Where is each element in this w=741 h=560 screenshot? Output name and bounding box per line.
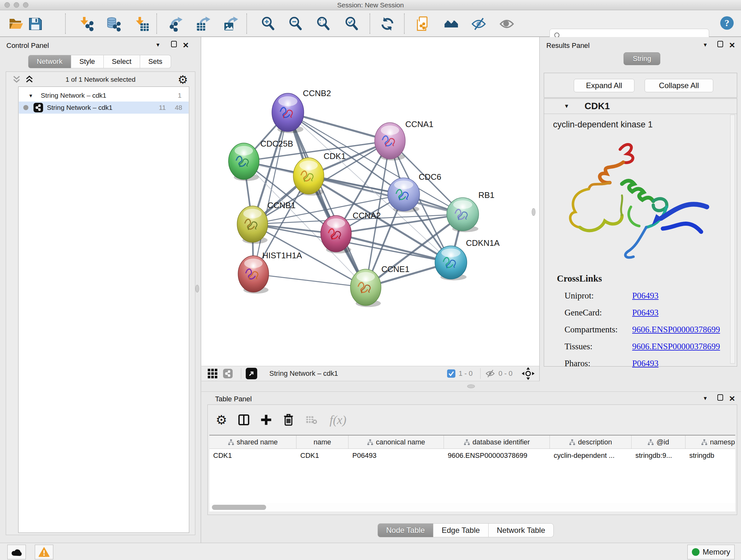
export-table-button[interactable] — [195, 16, 212, 32]
warnings-button[interactable] — [35, 545, 53, 559]
entry-collapse-arrow-icon[interactable]: ▼ — [564, 103, 569, 110]
control-panel-restore-icon[interactable] — [171, 41, 177, 47]
table-header-shared-name[interactable]: shared name — [209, 435, 296, 449]
table-row[interactable]: CDK1CDK1P064939606.ENSP00000378699cyclin… — [209, 449, 735, 462]
collection-expand-arrow-icon[interactable]: ▼ — [28, 93, 33, 98]
help-icon: ? — [719, 15, 735, 30]
network-edge[interactable] — [253, 112, 288, 274]
open-file-button[interactable] — [8, 16, 24, 32]
clone-network-button[interactable] — [414, 16, 431, 32]
control-panel-close-icon[interactable]: ✕ — [183, 41, 189, 50]
table-header-canonical-name[interactable]: canonical name — [348, 435, 444, 449]
selected-checkbox-icon[interactable] — [447, 369, 455, 378]
memory-status-dot-icon — [692, 548, 699, 556]
table-panel: Table Panel ▼ ✕ ⚙ — [201, 391, 741, 541]
tab-node-table[interactable]: Node Table — [378, 523, 433, 537]
network-node-label: CCNB1 — [267, 200, 295, 210]
table-cell[interactable]: cyclin-dependent ... — [550, 449, 631, 462]
zoom-fit-button[interactable] — [315, 16, 332, 32]
cloud-button[interactable] — [7, 545, 26, 559]
zoom-selected-button[interactable] — [343, 16, 360, 32]
tab-network-table[interactable]: Network Table — [488, 523, 554, 537]
show-columns-icon[interactable] — [236, 412, 252, 428]
delete-column-trash-icon[interactable] — [280, 412, 296, 428]
table-panel-float-icon[interactable]: ▼ — [703, 395, 708, 401]
window-title: Session: New Session — [0, 1, 741, 9]
crosslinks-list: Uniprot: P06493 GeneCard: P06493 Compart… — [544, 291, 737, 368]
memory-button[interactable]: Memory — [687, 545, 735, 559]
hide-selected-button[interactable] — [470, 16, 487, 32]
first-neighbors-button[interactable] — [443, 16, 460, 32]
results-panel-float-icon[interactable]: ▼ — [703, 42, 708, 48]
network-row-selected[interactable]: String Network – cdk1 11 48 — [19, 102, 189, 114]
table-header-namespace[interactable]: namespace — [685, 435, 735, 449]
tab-sets[interactable]: Sets — [140, 55, 171, 68]
zoom-in-button[interactable] — [260, 16, 276, 32]
tab-network[interactable]: Network — [28, 55, 71, 68]
results-panel-restore-icon[interactable] — [718, 41, 723, 47]
crosslink-row: Pharos: P06493 — [564, 359, 737, 368]
right-splitter-handle[interactable] — [532, 208, 536, 216]
hidden-count: 0 - 0 — [498, 369, 513, 378]
zoom-out-button[interactable] — [287, 16, 304, 32]
import-network-button[interactable] — [78, 16, 95, 32]
export-network-button[interactable] — [168, 16, 185, 32]
results-panel-close-icon[interactable]: ✕ — [729, 41, 735, 50]
table-cell[interactable]: CDK1 — [296, 449, 348, 462]
tab-style[interactable]: Style — [71, 55, 104, 68]
show-all-button[interactable] — [498, 16, 515, 32]
horizontal-splitter-handle[interactable] — [467, 384, 475, 388]
crosslink-link[interactable]: P06493 — [632, 308, 659, 318]
network-edge[interactable] — [288, 112, 366, 287]
crosslink-link[interactable]: P06493 — [632, 359, 659, 368]
table-header-@id[interactable]: @id — [631, 435, 685, 449]
results-scrollbar[interactable] — [730, 115, 735, 364]
memory-label: Memory — [703, 548, 731, 557]
export-image-button[interactable] — [223, 16, 239, 32]
network-node-label: CCNB2 — [303, 88, 331, 98]
entry-header[interactable]: ▼ CDK1 — [544, 99, 737, 114]
table-panel-close-icon[interactable]: ✕ — [729, 394, 735, 403]
table-header-description[interactable]: description — [550, 435, 631, 449]
import-network-from-database-button[interactable] — [105, 16, 122, 32]
table-gear-icon[interactable]: ⚙ — [213, 412, 229, 428]
save-session-button[interactable] — [27, 16, 44, 32]
toolbar-separator — [369, 13, 370, 34]
table-cell[interactable]: stringdb — [685, 449, 735, 462]
table-cell[interactable]: P06493 — [348, 449, 444, 462]
add-column-icon[interactable] — [258, 412, 274, 428]
help-button[interactable]: ? — [719, 15, 735, 31]
tab-string[interactable]: String — [623, 52, 660, 65]
expand-all-button[interactable]: Expand All — [574, 79, 634, 92]
crosslink-link[interactable]: P06493 — [632, 291, 659, 301]
control-panel-float-icon[interactable]: ▼ — [155, 42, 160, 48]
crosslink-link[interactable]: 9606.ENSP00000378699 — [632, 325, 720, 334]
table-cell[interactable]: stringdb:9... — [631, 449, 685, 462]
goto-network-icon[interactable] — [246, 368, 257, 379]
tab-edge-table[interactable]: Edge Table — [433, 523, 488, 537]
main-toolbar: ? — [0, 10, 741, 37]
table-box: ⚙ f(x) — [207, 405, 737, 515]
network-options-gear-icon[interactable]: ⚙ — [178, 73, 188, 86]
network-collection-row[interactable]: ▼ String Network – cdk1 1 — [19, 89, 189, 102]
collapse-all-button[interactable]: Collapse All — [645, 79, 713, 92]
network-edge[interactable] — [253, 274, 366, 287]
left-splitter-handle[interactable] — [195, 285, 199, 293]
network-view-canvas[interactable]: CCNB2CCNA1CDC25BCDK1CDC6RB1CCNB1CCNA2CDK… — [201, 37, 540, 366]
crosslink-link[interactable]: 9606.ENSP00000378699 — [632, 341, 720, 352]
table-horizontal-scrollbar[interactable] — [209, 503, 735, 511]
birds-eye-grid-icon[interactable] — [207, 368, 218, 379]
table-cell[interactable]: 9606.ENSP00000378699 — [444, 449, 550, 462]
scrollbar-thumb[interactable] — [212, 505, 266, 510]
refresh-button[interactable] — [379, 16, 396, 32]
tab-select[interactable]: Select — [104, 55, 140, 68]
table-header-database-identifier[interactable]: database identifier — [444, 435, 550, 449]
import-table-button[interactable] — [133, 16, 150, 32]
fit-content-crosshair-icon[interactable] — [522, 367, 535, 380]
table-panel-restore-icon[interactable] — [718, 394, 723, 401]
results-panel-title: Results Panel — [546, 42, 590, 50]
table-header-name[interactable]: name — [296, 435, 348, 449]
table-cell[interactable]: CDK1 — [209, 449, 296, 462]
network-share-icon[interactable] — [223, 369, 232, 378]
toolbar-separator — [404, 13, 405, 34]
